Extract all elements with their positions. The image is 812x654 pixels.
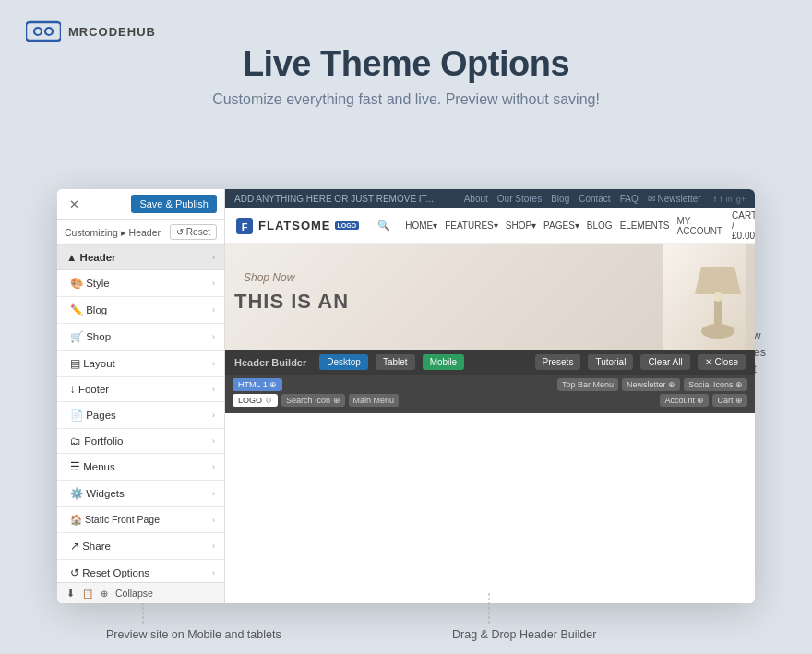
page-subtitle: Customize everything fast and live. Prev…: [0, 91, 812, 108]
hb-clearall-button[interactable]: Clear All: [640, 354, 689, 370]
nav-shop[interactable]: SHOP▾: [506, 220, 536, 231]
customizer-menu-static-front[interactable]: 🏠 Static Front Page›: [57, 507, 224, 533]
hb-account-tag[interactable]: Account ⊕: [660, 394, 709, 407]
hb-row1-right: Top Bar Menu Newsletter ⊕ Social Icons ⊕: [557, 378, 747, 391]
svg-point-12: [713, 292, 722, 302]
header-builder-bar: Header Builder Desktop Tablet Mobile Pre…: [225, 350, 755, 375]
customizer-topbar: ✕ Save & Publish: [57, 189, 224, 220]
header-builder-title: Header Builder: [234, 357, 306, 368]
hb-tutorial-button[interactable]: Tutorial: [588, 354, 633, 370]
hb-row-1: HTML 1 ⊕ Top Bar Menu Newsletter ⊕ Socia…: [233, 378, 747, 391]
annotation-bottom-left: Preview site on Mobile and tablets: [106, 625, 281, 643]
collapse-icon: 📋: [82, 589, 93, 599]
add-bar: ADD ANYTHING HERE OR JUST REMOVE IT... A…: [225, 189, 755, 208]
flatsome-logo-badge: LOGO: [335, 221, 360, 230]
nav-pages[interactable]: PAGES▾: [543, 220, 579, 231]
customizer-close-button[interactable]: ✕: [65, 196, 84, 213]
nav-elements[interactable]: ELEMENTS: [620, 220, 670, 231]
brand-logo: MRCODEHUB: [26, 18, 156, 44]
lamp-svg: [663, 244, 746, 350]
svg-point-1: [34, 28, 42, 35]
preview-area: ADD ANYTHING HERE OR JUST REMOVE IT... A…: [225, 189, 755, 603]
flatsome-nav: F FLATSOME LOGO 🔍 HOME▾ FEATURES▾ SHOP▾ …: [225, 208, 755, 244]
svg-marker-11: [695, 267, 741, 294]
hb-tablet-button[interactable]: Tablet: [376, 354, 415, 370]
nav-home[interactable]: HOME▾: [405, 220, 437, 231]
hb-logo-tag[interactable]: LOGO ⚙: [233, 394, 278, 407]
customizer-breadcrumb: Customizing ▸ Header ↺ Reset: [57, 220, 224, 245]
customizer-menu-style[interactable]: 🎨 Style›: [57, 270, 224, 297]
hb-mainmenu-tag[interactable]: Main Menu: [349, 394, 400, 407]
brand-name: MRCODEHUB: [68, 25, 156, 39]
header-builder-rows: HTML 1 ⊕ Top Bar Menu Newsletter ⊕ Socia…: [225, 375, 755, 413]
customizer-menu-layout[interactable]: ▤ Layout›: [57, 351, 224, 377]
page-title: Live Theme Options: [0, 44, 812, 84]
add-bar-social: f t in g+: [714, 195, 746, 204]
hb-close-button[interactable]: ✕ Close: [698, 354, 746, 370]
nav-cart[interactable]: CART / £0.00 0: [732, 210, 755, 241]
hb-mobile-button[interactable]: Mobile: [423, 354, 464, 370]
collapse-icon2: ⊕: [101, 589, 108, 599]
flatsome-logo: F FLATSOME LOGO: [234, 216, 359, 236]
flatsome-nav-links: HOME▾ FEATURES▾ SHOP▾ PAGES▾ BLOG ELEMEN…: [405, 220, 669, 231]
svg-point-2: [45, 28, 53, 35]
annotation-bottom-right: Drag & Drop Header Builder: [452, 625, 596, 643]
customizer-reset-button[interactable]: ↺ Reset: [170, 224, 217, 240]
customizer-save-button[interactable]: Save & Publish: [131, 195, 217, 213]
customizer-section-header[interactable]: ▲ Header ›: [57, 245, 224, 270]
hb-presets-button[interactable]: Presets: [535, 354, 581, 370]
hb-desktop-button[interactable]: Desktop: [319, 354, 368, 370]
title-section: Live Theme Options Customize everything …: [0, 44, 812, 108]
annotation-line-br: [480, 593, 498, 625]
customizer-menu-menus[interactable]: ☰ Menus›: [57, 454, 224, 481]
hb-row-2: LOGO ⚙ Search Icon ⊕ Main Menu Account ⊕…: [233, 394, 747, 407]
screenshot-wrapper: ✕ Save & Publish Customizing ▸ Header ↺ …: [57, 189, 755, 603]
customizer-panel: ✕ Save & Publish Customizing ▸ Header ↺ …: [57, 189, 225, 603]
hb-social-tag[interactable]: Social Icons ⊕: [684, 378, 747, 391]
hero-main-text: THIS IS AN: [234, 290, 349, 314]
hb-cart-tag[interactable]: Cart ⊕: [712, 394, 747, 407]
hb-topbar-tag[interactable]: Top Bar Menu: [557, 378, 618, 391]
nav-account[interactable]: MY ACCOUNT: [677, 216, 722, 236]
add-bar-text: ADD ANYTHING HERE OR JUST REMOVE IT...: [234, 194, 451, 204]
hero-image-area: Shop Now THIS IS AN: [225, 244, 755, 350]
svg-text:F: F: [242, 221, 248, 232]
customizer-menu-footer[interactable]: ↓ Footer›: [57, 377, 224, 402]
collapse-label: Collapse: [115, 588, 153, 599]
customizer-menu-widgets[interactable]: ⚙️ Widgets›: [57, 481, 224, 507]
hero-shop-now-text: Shop Now: [244, 271, 294, 284]
hb-searchicon-tag[interactable]: Search Icon ⊕: [281, 394, 345, 407]
search-icon[interactable]: 🔍: [377, 220, 390, 232]
logo-icon: [26, 18, 61, 44]
customizer-menu-pages[interactable]: 📄 Pages›: [57, 402, 224, 429]
add-bar-nav: About Our Stores Blog Contact FAQ ✉ News…: [464, 194, 701, 204]
nav-features[interactable]: FEATURES▾: [445, 220, 498, 231]
customizer-menu-portfolio[interactable]: 🗂 Portfolio›: [57, 429, 224, 454]
hero-lamp-decoration: [663, 244, 746, 350]
customizer-collapse[interactable]: ⬇ 📋 ⊕ Collapse: [57, 582, 224, 603]
hb-newsletter-tag[interactable]: Newsletter ⊕: [622, 378, 680, 391]
customizer-menu-share[interactable]: ↗ Share›: [57, 533, 224, 560]
hb-row2-right: Account ⊕ Cart ⊕: [660, 394, 747, 407]
svg-rect-0: [26, 22, 61, 41]
customizer-menu-shop[interactable]: 🛒 Shop›: [57, 324, 224, 351]
flatsome-logo-text: FLATSOME: [258, 219, 331, 232]
customizer-menu-blog[interactable]: ✏️ Blog›: [57, 297, 224, 324]
nav-right: MY ACCOUNT CART / £0.00 0: [677, 210, 755, 241]
hb-html1-tag[interactable]: HTML 1 ⊕: [233, 378, 282, 391]
nav-blog[interactable]: BLOG: [587, 220, 613, 231]
flatsome-logo-icon: F: [234, 216, 255, 236]
